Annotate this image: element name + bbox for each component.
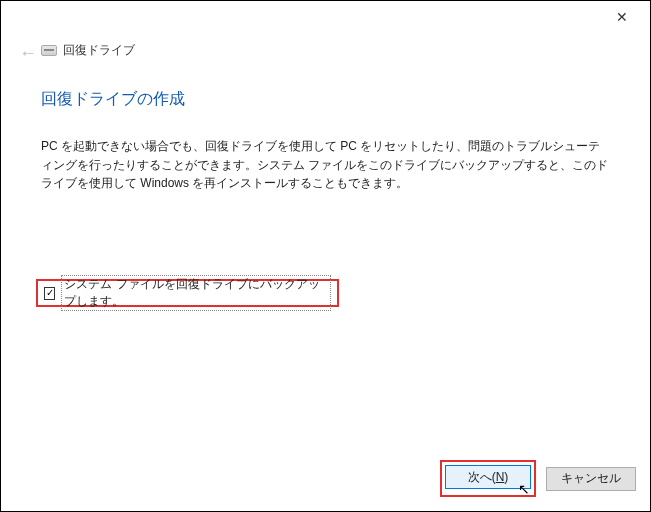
next-label-accel: N — [496, 470, 505, 484]
wizard-title: 回復ドライブ — [63, 42, 135, 59]
checkbox[interactable]: ✓ — [44, 287, 55, 300]
back-arrow-icon: ← — [19, 43, 37, 64]
next-button[interactable]: 次へ(N) — [445, 465, 531, 489]
button-bar: 次へ(N) ↖ キャンセル — [440, 460, 636, 497]
next-label-suffix: ) — [504, 470, 508, 484]
checkbox-row[interactable]: ✓ システム ファイルを回復ドライブにバックアップします。 — [36, 279, 339, 307]
next-label-prefix: 次へ( — [468, 469, 496, 486]
checkbox-label: システム ファイルを回復ドライブにバックアップします。 — [61, 275, 331, 311]
titlebar: ✕ — [1, 1, 650, 29]
next-highlight: 次へ(N) ↖ — [440, 460, 536, 497]
page-description: PC を起動できない場合でも、回復ドライブを使用して PC をリセットしたり、問… — [41, 137, 610, 193]
page-heading: 回復ドライブの作成 — [41, 89, 185, 110]
drive-icon — [41, 45, 57, 56]
close-button[interactable]: ✕ — [606, 5, 638, 29]
cancel-button[interactable]: キャンセル — [546, 467, 636, 491]
